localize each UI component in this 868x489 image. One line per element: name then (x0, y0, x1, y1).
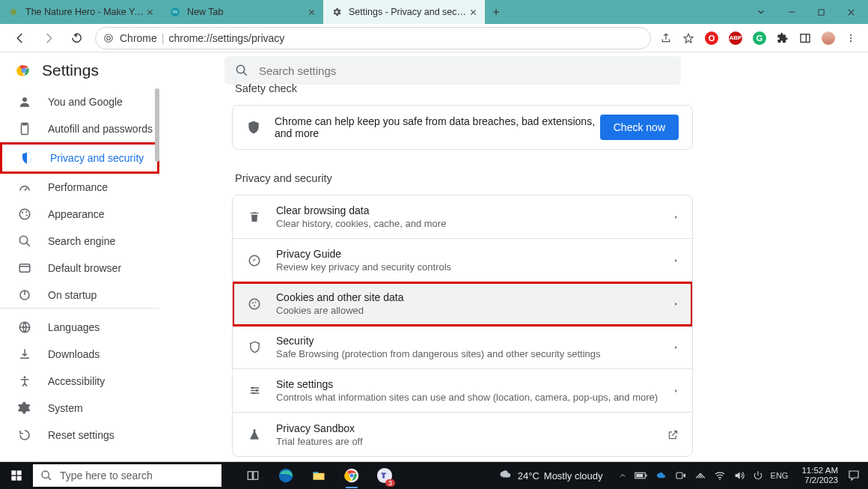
compass-icon (246, 254, 263, 267)
trash-icon (246, 211, 263, 223)
tab-settings[interactable]: Settings - Privacy and security (323, 0, 485, 24)
sidebar-item-you-and-google[interactable]: You and Google (0, 88, 159, 115)
new-tab-button[interactable] (485, 0, 507, 24)
sidebar-item-label: Accessibility (48, 375, 105, 387)
sidebar-item-languages[interactable]: Languages (0, 314, 159, 341)
side-panel-icon[interactable] (799, 32, 811, 44)
sidebar-item-appearance[interactable]: Appearance (0, 201, 159, 228)
flask-icon (246, 428, 263, 440)
tab-title: Settings - Privacy and security (349, 7, 467, 17)
svg-point-43 (350, 474, 354, 478)
check-now-button[interactable]: Check now (600, 115, 679, 140)
tray-onedrive-icon[interactable] (655, 470, 667, 482)
search-icon (235, 64, 248, 77)
row-privacy-guide[interactable]: Privacy GuideReview key privacy and secu… (233, 239, 692, 282)
extension-abp-icon[interactable]: ABP (729, 31, 742, 45)
chevron-right-icon (673, 300, 679, 309)
svg-point-14 (22, 97, 27, 102)
profile-avatar[interactable] (822, 31, 835, 45)
tray-network-icon[interactable] (694, 470, 706, 482)
close-icon[interactable] (305, 6, 317, 18)
tray-language[interactable]: ENG (771, 471, 789, 480)
tray-meet-now-icon[interactable] (675, 470, 687, 482)
taskbar-chrome[interactable] (335, 462, 368, 489)
close-icon[interactable] (467, 6, 479, 18)
tab-nature-hero[interactable]: The Nature Hero - Make Your Ac (0, 0, 162, 24)
tab-title: The Nature Hero - Make Your Ac (25, 7, 144, 17)
reload-button[interactable] (70, 31, 83, 45)
svg-rect-37 (17, 476, 22, 481)
sidebar-item-system[interactable]: System (0, 395, 159, 422)
action-center-button[interactable] (846, 469, 862, 482)
task-view-button[interactable] (236, 462, 269, 489)
svg-point-8 (850, 40, 852, 42)
tray-battery-icon[interactable] (635, 471, 648, 480)
svg-point-50 (719, 479, 721, 480)
svg-point-20 (26, 214, 28, 216)
svg-rect-39 (248, 472, 252, 480)
sidebar-item-label: Downloads (48, 348, 100, 360)
tab-new-tab[interactable]: m New Tab (162, 0, 323, 24)
sidebar-item-downloads[interactable]: Downloads (0, 341, 159, 368)
tab-strip: The Nature Hero - Make Your Ac m New Tab… (0, 0, 868, 24)
row-site-settings[interactable]: Site settingsControls what information s… (233, 369, 692, 413)
taskbar-search-placeholder: Type here to search (60, 470, 153, 482)
url-bar[interactable]: Chrome | chrome://settings/privacy (95, 27, 651, 49)
safety-check-text: Chrome can help keep you safe from data … (275, 115, 600, 139)
bookmark-icon[interactable] (682, 32, 694, 44)
settings-search[interactable] (224, 56, 681, 85)
share-icon[interactable] (660, 32, 672, 44)
sidebar-item-search-engine[interactable]: Search engine (0, 228, 159, 255)
row-title: Site settings (276, 378, 673, 390)
sidebar-item-accessibility[interactable]: Accessibility (0, 368, 159, 395)
row-cookies[interactable]: Cookies and other site dataCookies are a… (233, 282, 692, 326)
start-button[interactable] (0, 462, 33, 489)
row-clear-browsing-data[interactable]: Clear browsing dataClear history, cookie… (233, 195, 692, 239)
minimize-button[interactable] (787, 7, 796, 16)
svg-point-27 (249, 299, 260, 309)
window-chevron-icon[interactable] (756, 7, 766, 17)
extension-opera-icon[interactable]: O (705, 31, 718, 45)
chevron-right-icon (673, 343, 679, 352)
taskbar-weather[interactable]: 24°C Mostly cloudy (498, 468, 603, 483)
svg-rect-22 (19, 264, 30, 273)
row-title: Privacy Guide (276, 248, 673, 260)
windows-taskbar: Type here to search 3 24°C Mostly cloudy… (0, 462, 868, 489)
taskbar-search[interactable]: Type here to search (33, 464, 221, 487)
row-subtitle: Cookies are allowed (276, 305, 673, 316)
extensions-icon[interactable] (777, 32, 789, 44)
svg-point-38 (42, 471, 49, 478)
tray-power-icon[interactable] (753, 470, 763, 481)
taskbar-explorer[interactable] (302, 462, 335, 489)
close-icon[interactable] (144, 6, 156, 18)
sidebar-item-default-browser[interactable]: Default browser (0, 255, 159, 282)
tray-volume-icon[interactable] (733, 470, 745, 482)
tray-wifi-icon[interactable] (714, 470, 726, 482)
svg-rect-36 (11, 476, 16, 481)
main-content: Safety check Chrome can help keep you sa… (232, 82, 693, 457)
close-window-button[interactable] (846, 7, 856, 17)
taskbar-edge[interactable] (269, 462, 302, 489)
kebab-menu-icon[interactable] (846, 33, 856, 43)
svg-rect-47 (646, 475, 647, 477)
settings-search-input[interactable] (259, 64, 670, 77)
row-privacy-sandbox[interactable]: Privacy SandboxTrial features are off (233, 413, 692, 456)
tray-chevron-icon[interactable] (618, 471, 627, 480)
row-title: Cookies and other site data (276, 291, 673, 303)
sidebar-item-on-startup[interactable]: On startup (0, 282, 159, 309)
maximize-button[interactable] (817, 8, 825, 16)
forward-button[interactable] (42, 31, 55, 45)
row-security[interactable]: SecuritySafe Browsing (protection from d… (233, 326, 692, 369)
sidebar-item-privacy[interactable]: Privacy and security (2, 145, 157, 171)
gear-icon (331, 6, 343, 18)
back-button[interactable] (13, 31, 27, 45)
sidebar-item-autofill[interactable]: Autofill and passwords (0, 115, 159, 142)
extension-grammarly-icon[interactable]: G (753, 31, 766, 45)
taskbar-teams[interactable]: 3 (368, 462, 401, 489)
sidebar-item-reset[interactable]: Reset settings (0, 422, 159, 449)
svg-point-31 (251, 387, 254, 389)
taskbar-clock[interactable]: 11:52 AM 7/2/2023 (801, 466, 838, 485)
sidebar-item-performance[interactable]: Performance (0, 174, 159, 201)
sidebar-scrollbar[interactable] (155, 88, 159, 162)
favicon-newtab: m (169, 6, 181, 18)
